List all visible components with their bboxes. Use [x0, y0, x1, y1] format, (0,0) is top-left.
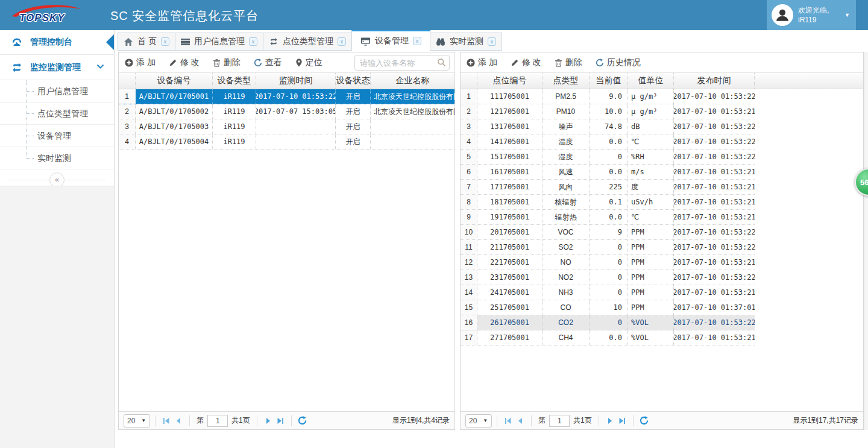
- table-row[interactable]: 2 121705001 PM10 10.0 μ g/m³ 2017-07-10 …: [461, 104, 755, 119]
- last-page-button[interactable]: [616, 415, 628, 427]
- tab-realtime[interactable]: 实时监测 x: [430, 33, 502, 51]
- table-row[interactable]: 3 131705001 噪声 74.8 dB 2017-07-10 01:53:…: [461, 119, 755, 134]
- column-header[interactable]: 当前值: [590, 73, 628, 89]
- chevron-down-icon[interactable]: ▼: [844, 12, 850, 18]
- page-size-select[interactable]: 20 ▼: [124, 414, 150, 427]
- table-row[interactable]: 13 231705001 NO2 0 PPM 2017-07-10 01:53:…: [461, 270, 755, 285]
- table-row[interactable]: 8 181705001 核辐射 0.1 uSv/h 2017-07-10 01:…: [461, 195, 755, 210]
- publish-time-cell: 2017-07-10 01:53:22: [674, 119, 755, 134]
- scrollbar-track[interactable]: [864, 52, 868, 430]
- page-number-input[interactable]: [549, 415, 570, 427]
- row-number: 3: [119, 119, 136, 134]
- table-row[interactable]: 16 261705001 CO2 0 %VOL 2017-07-10 01:53…: [461, 315, 755, 330]
- column-header[interactable]: 设备类型: [213, 73, 256, 89]
- next-page-button[interactable]: [262, 415, 274, 427]
- column-header[interactable]: 点类型: [542, 73, 590, 89]
- table-row[interactable]: 4 141705001 温度 0.0 ℃ 2017-07-10 01:53:22: [461, 134, 755, 150]
- search-input[interactable]: [354, 55, 450, 71]
- search-icon[interactable]: [437, 58, 446, 67]
- point-id-cell: 121705001: [477, 104, 542, 119]
- caret-down-icon: ▼: [483, 418, 488, 423]
- last-page-button[interactable]: [274, 415, 286, 427]
- table-row[interactable]: 3 A/BJLT/0/1705003 iR119 开启: [119, 119, 454, 134]
- page-number-input[interactable]: [207, 415, 228, 427]
- user-menu[interactable]: 欢迎光临, iR119 ▼: [767, 0, 856, 30]
- table-row[interactable]: 5 151705001 湿度 0 %RH 2017-07-10 01:53:22: [461, 150, 755, 165]
- column-header[interactable]: 发布时间: [674, 73, 755, 89]
- delete-button[interactable]: 删除: [213, 57, 241, 68]
- sidebar-item-label: 管理控制台: [30, 37, 72, 48]
- sidebar-item-user-info[interactable]: 用户信息管理: [0, 80, 114, 103]
- current-value-cell: 0: [590, 150, 628, 164]
- tab-point-type[interactable]: 点位类型管理 x: [263, 33, 352, 51]
- add-button[interactable]: 添 加: [467, 57, 497, 68]
- next-page-icon: [606, 417, 614, 425]
- sidebar-item-point-type[interactable]: 点位类型管理: [0, 103, 114, 125]
- table-row[interactable]: 17 271705001 CH4 0.0 %VOL 2017-07-10 01:…: [461, 330, 755, 345]
- reload-button[interactable]: [638, 415, 650, 427]
- row-number: 6: [461, 165, 477, 179]
- row-number: 1: [119, 89, 136, 104]
- sidebar-item-device-mgmt[interactable]: 设备管理: [0, 125, 114, 147]
- delete-button[interactable]: 删除: [555, 57, 582, 68]
- current-value-cell: 0: [590, 315, 628, 330]
- unit-cell: 度: [628, 180, 674, 194]
- edit-button[interactable]: 修 改: [169, 57, 200, 68]
- table-row[interactable]: 7 171705001 风向 225 度 2017-07-10 01:53:21: [461, 180, 755, 195]
- sidebar-item-realtime[interactable]: 实时监测: [0, 147, 114, 169]
- locate-button[interactable]: 定位: [295, 57, 322, 68]
- column-header[interactable]: 点位编号: [477, 73, 542, 89]
- page-title: SC 安全监管信息化云平台: [110, 8, 259, 24]
- close-icon[interactable]: x: [413, 37, 421, 45]
- prev-page-button[interactable]: [514, 415, 526, 427]
- close-icon[interactable]: x: [338, 37, 346, 46]
- device-status-cell: 开启: [336, 104, 371, 119]
- column-header[interactable]: 设备状态: [336, 73, 371, 89]
- table-row[interactable]: 10 201705001 VOC 9 PPM 2017-07-10 01:53:…: [461, 225, 755, 240]
- sidebar-item-monitor-mgmt[interactable]: 监控监测管理: [0, 55, 114, 80]
- monitor-time-cell: 2017-07-10 01:53:22: [256, 89, 336, 104]
- history-button[interactable]: 历史情况: [596, 57, 641, 68]
- page-size-select[interactable]: 20 ▼: [465, 414, 492, 427]
- column-header[interactable]: 值单位: [628, 73, 674, 89]
- close-icon[interactable]: x: [249, 37, 257, 46]
- tab-home[interactable]: 首 页 x: [118, 33, 175, 51]
- unit-cell: PPM: [628, 225, 674, 239]
- table-row[interactable]: 11 211705001 SO2 0 PPM 2017-07-10 01:53:…: [461, 240, 755, 255]
- close-icon[interactable]: x: [161, 37, 169, 46]
- avatar[interactable]: [772, 4, 793, 26]
- sidebar-item-console[interactable]: 管理控制台: [0, 30, 114, 55]
- column-header[interactable]: 设备编号: [136, 73, 213, 89]
- point-type-cell: NH3: [542, 285, 590, 300]
- table-row[interactable]: 14 241705001 NH3 0 PPM 2017-07-10 01:53:…: [461, 285, 755, 300]
- reload-icon: [298, 416, 307, 425]
- table-row[interactable]: 2 A/BJLT/0/1705002 iR119 2017-07-07 15:0…: [119, 104, 454, 119]
- point-id-cell: 191705001: [477, 210, 542, 224]
- device-status-cell: 开启: [336, 89, 371, 104]
- table-row[interactable]: 6 161705001 风速 0.0 m/s 2017-07-10 01:53:…: [461, 165, 755, 180]
- close-icon[interactable]: x: [488, 37, 496, 46]
- first-page-button[interactable]: [160, 415, 172, 427]
- add-button[interactable]: 添 加: [125, 57, 156, 68]
- prev-page-button[interactable]: [172, 415, 184, 427]
- table-row[interactable]: 4 A/BJLT/0/1705004 iR119 开启: [119, 134, 454, 150]
- table-row[interactable]: 1 A/BJLT/0/1705001 iR119 2017-07-10 01:5…: [119, 89, 454, 104]
- monitor-time-cell: 2017-07-07 15:03:05: [256, 104, 336, 119]
- next-page-button[interactable]: [604, 415, 616, 427]
- table-row[interactable]: 15 251705001 CO 10 PPM 2017-07-10 01:37:…: [461, 300, 755, 315]
- tab-user-info[interactable]: 用户信息管理 x: [175, 33, 263, 51]
- table-row[interactable]: 9 191705001 辐射热 0.0 ℃ 2017-07-10 01:53:2…: [461, 210, 755, 225]
- view-button[interactable]: 查看: [254, 57, 282, 68]
- reload-button[interactable]: [297, 415, 309, 427]
- table-row[interactable]: 1 111705001 PM2.5 9.0 μ g/m³ 2017-07-10 …: [461, 89, 755, 104]
- device-toolbar: 添 加 修 改 删除 查看: [119, 52, 454, 73]
- table-row[interactable]: 12 221705001 NO 0 PPM 2017-07-10 01:53:2…: [461, 255, 755, 270]
- first-page-button[interactable]: [502, 415, 514, 427]
- edit-button[interactable]: 修 改: [511, 57, 541, 68]
- point-id-cell: 201705001: [477, 225, 542, 239]
- column-header[interactable]: 监测时间: [256, 73, 336, 89]
- page-prefix: 第: [538, 415, 546, 426]
- tab-device-mgmt[interactable]: 设备管理 x: [351, 30, 430, 51]
- publish-time-cell: 2017-07-10 01:53:21: [674, 285, 755, 300]
- column-header[interactable]: 企业名称: [371, 73, 454, 89]
